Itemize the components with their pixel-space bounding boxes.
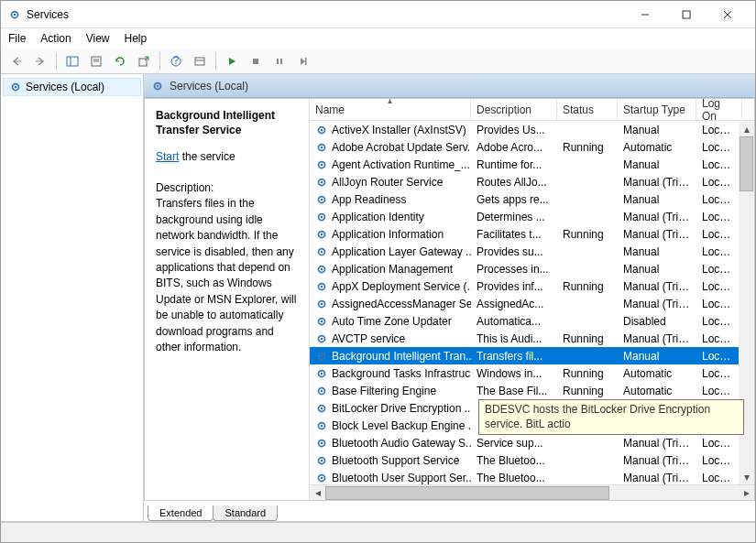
service-icon (315, 402, 328, 415)
service-name: AVCTP service (332, 332, 405, 345)
service-row[interactable]: Bluetooth Audio Gateway S...Service sup.… (310, 434, 754, 451)
scroll-up-arrow-icon[interactable]: ▴ (740, 121, 753, 136)
cell-logon: Local Sy (696, 141, 742, 154)
service-row[interactable]: Background Intelligent Tran...Transfers … (310, 347, 754, 364)
maximize-button[interactable] (665, 2, 707, 27)
menu-view[interactable]: View (86, 32, 110, 45)
tab-standard[interactable]: Standard (213, 505, 278, 521)
scroll-thumb[interactable] (325, 486, 609, 500)
cell-name: Application Layer Gateway ... (310, 245, 471, 258)
service-name: Block Level Backup Engine ... (332, 419, 471, 432)
start-service-link[interactable]: Start (156, 150, 179, 163)
cell-logon: Local Se (696, 437, 742, 450)
scroll-right-arrow-icon[interactable]: ▸ (739, 486, 754, 500)
cell-startup: Manual (618, 193, 696, 206)
svg-point-56 (321, 354, 323, 357)
sort-indicator-icon: ▲ (387, 99, 394, 105)
cell-logon: Local Se (696, 332, 742, 345)
service-row[interactable]: Application IdentityDetermines ...Manual… (310, 208, 754, 225)
service-icon (315, 385, 328, 397)
stop-service-button[interactable] (246, 51, 266, 71)
cell-name: Auto Time Zone Updater (310, 315, 471, 328)
service-icon (315, 298, 328, 310)
scroll-thumb[interactable] (740, 136, 753, 191)
tree-pane: Services (Local) (1, 74, 144, 521)
cell-name: Base Filtering Engine (310, 385, 471, 397)
export-button[interactable] (134, 51, 154, 71)
horizontal-scrollbar[interactable]: ◂ ▸ (310, 484, 754, 500)
start-line: Start the service (156, 150, 298, 163)
service-row[interactable]: Auto Time Zone UpdaterAutomatica...Disab… (310, 312, 754, 330)
column-header-name[interactable]: Name▲ (310, 99, 471, 120)
tab-extended[interactable]: Extended (148, 505, 214, 521)
service-row[interactable]: App ReadinessGets apps re...ManualLocal … (310, 190, 754, 208)
menu-help[interactable]: Help (125, 32, 148, 45)
cell-description: This is Audi... (471, 332, 557, 345)
service-row[interactable]: Base Filtering EngineThe Base Fil...Runn… (310, 382, 754, 399)
cell-status: Running (557, 332, 618, 345)
tree-item-services-local[interactable]: Services (Local) (3, 78, 141, 96)
cell-description: Gets apps re... (471, 193, 557, 206)
restart-service-button[interactable] (293, 51, 313, 71)
main-area: Services (Local) Services (Local) Backgr… (1, 74, 755, 522)
service-row[interactable]: Background Tasks Infrastruc...Windows in… (310, 364, 754, 382)
menu-action[interactable]: Action (40, 32, 71, 45)
service-row[interactable]: ActiveX Installer (AxInstSV)Provides Us.… (310, 121, 754, 138)
cell-logon: Local Se (696, 454, 742, 467)
svg-point-38 (321, 198, 323, 201)
cell-startup: Manual (Trig... (618, 298, 696, 310)
minimize-button[interactable] (624, 2, 665, 27)
menu-bar: File Action View Help (1, 28, 755, 49)
column-header-startup[interactable]: Startup Type (618, 99, 696, 120)
start-service-button[interactable] (222, 51, 242, 71)
list-button[interactable] (190, 51, 210, 71)
cell-logon: Local Sy (696, 158, 742, 171)
service-icon (315, 245, 328, 258)
cell-startup: Automatic (618, 385, 696, 397)
service-row[interactable]: Bluetooth Support ServiceThe Bluetoo...M… (310, 451, 754, 469)
show-hide-tree-button[interactable] (62, 51, 82, 71)
back-button[interactable] (6, 51, 27, 71)
svg-point-48 (321, 285, 323, 288)
cell-description: Adobe Acro... (471, 141, 557, 154)
close-button[interactable] (707, 2, 748, 27)
service-row[interactable]: Agent Activation Runtime_...Runtime for.… (310, 156, 754, 173)
cell-logon: Local Sy (696, 228, 742, 241)
service-row[interactable]: AllJoyn Router ServiceRoutes AllJo...Man… (310, 173, 754, 190)
pause-service-button[interactable] (269, 51, 290, 71)
service-row[interactable]: AVCTP serviceThis is Audi...RunningManua… (310, 330, 754, 347)
service-row[interactable]: Bluetooth User Support Ser...The Bluetoo… (310, 469, 754, 484)
column-header-status[interactable]: Status (557, 99, 618, 120)
scroll-down-arrow-icon[interactable]: ▾ (740, 469, 753, 484)
service-row[interactable]: AssignedAccessManager Se...AssignedAc...… (310, 295, 754, 312)
cell-description: Runtime for... (471, 158, 557, 171)
column-header-description[interactable]: Description (471, 99, 557, 120)
cell-startup: Manual (Trig... (618, 332, 696, 345)
svg-rect-22 (280, 59, 282, 64)
forward-button[interactable] (30, 51, 50, 71)
description-text: Transfers files in the background using … (156, 196, 298, 355)
cell-startup: Manual (618, 263, 696, 276)
service-row[interactable]: Application Layer Gateway ...Provides su… (310, 243, 754, 260)
service-row[interactable]: Adobe Acrobat Update Serv...Adobe Acro..… (310, 138, 754, 156)
scroll-left-arrow-icon[interactable]: ◂ (310, 486, 325, 500)
cell-logon: Local Sy (696, 263, 742, 276)
help-button[interactable]: ? (166, 51, 186, 71)
properties-button[interactable] (86, 51, 106, 71)
svg-rect-3 (683, 11, 690, 18)
service-row[interactable]: AppX Deployment Service (...Provides inf… (310, 277, 754, 295)
cell-logon: Local Sy (696, 472, 742, 484)
svg-marker-23 (301, 58, 305, 65)
service-name: Application Information (332, 228, 444, 241)
refresh-button[interactable] (110, 51, 130, 71)
service-name: Bluetooth Audio Gateway S... (332, 437, 471, 450)
service-row[interactable]: Application InformationFacilitates t...R… (310, 225, 754, 243)
cell-description: Transfers fil... (471, 350, 557, 363)
cell-logon: Local Sy (696, 124, 742, 136)
service-icon (315, 472, 328, 484)
description-label: Description: (156, 181, 298, 194)
service-row[interactable]: Application ManagementProcesses in...Man… (310, 260, 754, 277)
menu-file[interactable]: File (8, 32, 26, 45)
column-header-logon[interactable]: Log On (696, 99, 742, 120)
cell-startup: Manual (Trig... (618, 472, 696, 484)
